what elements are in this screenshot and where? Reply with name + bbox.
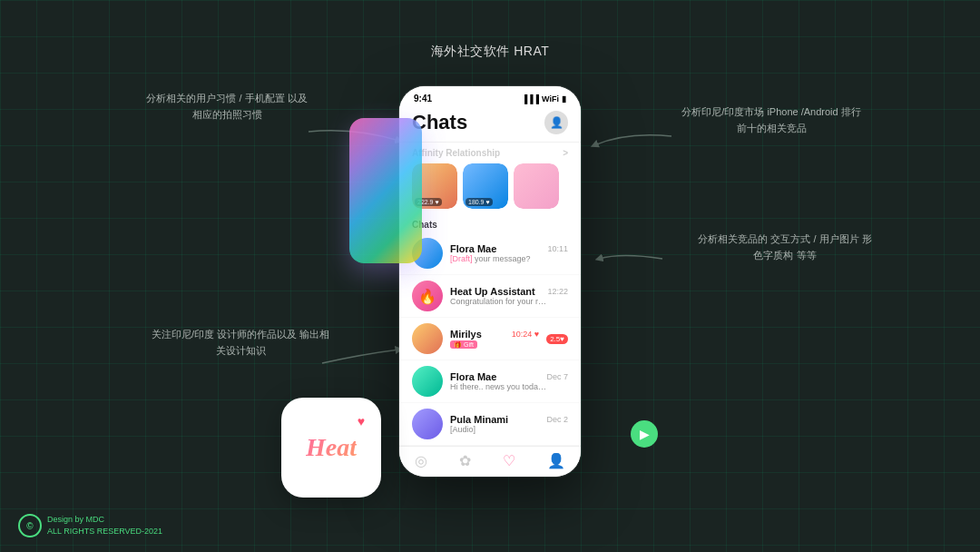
affinity-more-icon[interactable]: >	[563, 148, 568, 158]
chat-item-heat-assistant[interactable]: 🔥 Heat Up Assistant 12:22 Congratulation…	[399, 275, 581, 318]
chat-preview-flora-mae-1: [Draft] your message?	[450, 254, 550, 263]
heat-logo: Heat ♥	[281, 398, 381, 498]
chat-content-heat-assistant: Heat Up Assistant 12:22 Congratulation f…	[450, 286, 568, 306]
chat-content-flora-mae-2: Flora Mae Dec 7 Hi there.. news you toda…	[450, 371, 568, 391]
chat-item-flora-mae-2[interactable]: Flora Mae Dec 7 Hi there.. news you toda…	[399, 360, 581, 403]
chat-name-mirilys: Mirilys	[450, 329, 482, 340]
status-time: 9:41	[414, 94, 432, 104]
green-arrow-button[interactable]: ▶	[631, 420, 658, 448]
phone-mockup: 9:41 ▐▐▐ WiFi ▮ Chats 👤 Affinity Relatio…	[399, 86, 581, 477]
chats-section-label: Chats	[399, 214, 581, 232]
chat-content-pula-minami: Pula Minami Dec 2 [Audio]	[450, 414, 568, 434]
chats-nav-icon: ♡	[503, 452, 515, 469]
page-title: 海外社交软件 HRAT	[431, 44, 549, 60]
nav-item-explore[interactable]: ✿	[459, 452, 471, 469]
chat-preview-flora-mae-2: Hi there.. news you today and f...	[450, 382, 550, 391]
chat-time-heat-assistant: 12:22	[547, 287, 568, 296]
avatar-flora-mae-2	[412, 366, 443, 397]
annotation-bottom-left: 关注印尼/印度 设计师的作品以及 输出相关设计知识	[150, 327, 331, 359]
explore-icon: ✿	[459, 452, 471, 469]
chat-name-pula-minami: Pula Minami	[450, 414, 508, 425]
nav-item-discover[interactable]: ◎	[415, 452, 427, 469]
chat-item-flora-mae-1[interactable]: Flora Mae 10:11 [Draft] your message?	[399, 232, 581, 275]
chat-preview-pula-minami: [Audio]	[450, 425, 550, 434]
chat-time-flora-mae-2: Dec 7	[546, 372, 568, 381]
affinity-section-label: Affinity Relationship >	[412, 148, 568, 158]
annotation-top-left: 分析相关的用户习惯 / 手机配置 以及相应的拍照习惯	[145, 91, 309, 123]
watermark: © Design by MDC ALL RIGHTS RESERVED-2021	[18, 514, 162, 537]
affinity-card-1[interactable]: 180.9 ♥	[463, 163, 508, 209]
holo-phone-decoration	[349, 118, 422, 263]
chat-content-flora-mae-1: Flora Mae 10:11 [Draft] your message?	[450, 243, 568, 263]
app-header: Chats 👤	[399, 105, 581, 143]
battery-icon: ▮	[562, 94, 566, 104]
chats-section: Chats Flora Mae 10:11 [Draft] your messa…	[399, 214, 581, 446]
affinity-row: 222.9 ♥ 180.9 ♥	[412, 163, 568, 209]
chat-name-flora-mae-1: Flora Mae	[450, 243, 496, 254]
heat-logo-text: Heat	[306, 433, 357, 462]
wifi-icon: WiFi	[542, 94, 559, 104]
status-icons: ▐▐▐ WiFi ▮	[522, 94, 566, 104]
profile-nav-icon: 👤	[547, 452, 565, 469]
unread-badge-mirilys: 2.5♥	[546, 334, 568, 344]
chat-item-pula-minami[interactable]: Pula Minami Dec 2 [Audio]	[399, 403, 581, 446]
profile-icon[interactable]: 👤	[544, 111, 568, 134]
status-bar: 9:41 ▐▐▐ WiFi ▮	[399, 86, 581, 105]
heat-heart-icon: ♥	[358, 414, 365, 429]
signal-icon: ▐▐▐	[522, 94, 539, 104]
avatar-mirilys	[412, 323, 443, 354]
chat-item-mirilys[interactable]: Mirilys 10:24 ♥ 🎁 Gift 2.5♥	[399, 318, 581, 360]
chat-name-heat-assistant: Heat Up Assistant	[450, 286, 535, 297]
affinity-badge-1: 180.9 ♥	[466, 198, 493, 206]
watermark-text: Design by MDC ALL RIGHTS RESERVED-2021	[47, 514, 162, 537]
annotation-top-right: 分析印尼/印度市场 iPhone /Android 排行前十的相关竞品	[681, 104, 862, 136]
chat-time-mirilys: 10:24 ♥	[512, 330, 539, 339]
discover-icon: ◎	[415, 452, 427, 469]
chat-time-pula-minami: Dec 2	[546, 415, 568, 424]
chat-content-mirilys: Mirilys 10:24 ♥ 🎁 Gift	[450, 329, 539, 349]
chat-name-flora-mae-2: Flora Mae	[450, 371, 496, 382]
chat-preview-heat-assistant: Congratulation for your registra...	[450, 297, 550, 306]
avatar-heat-assistant: 🔥	[412, 281, 443, 311]
affinity-card-2[interactable]	[514, 163, 559, 209]
affinity-section: Affinity Relationship > 222.9 ♥ 180.9 ♥	[399, 143, 581, 214]
nav-item-chats[interactable]: ♡	[503, 452, 515, 469]
nav-item-profile[interactable]: 👤	[547, 452, 565, 469]
chat-preview-mirilys: 🎁 Gift	[450, 340, 539, 349]
copyright-circle: ©	[18, 514, 42, 537]
chat-time-flora-mae-1: 10:11	[547, 244, 568, 253]
bottom-nav: ◎ ✿ ♡ 👤	[399, 446, 581, 477]
annotation-middle-right: 分析相关竞品的 交互方式 / 用户图片 形色字质构 等等	[694, 232, 876, 263]
avatar-pula-minami	[412, 409, 443, 439]
phone-frame: 9:41 ▐▐▐ WiFi ▮ Chats 👤 Affinity Relatio…	[399, 86, 581, 477]
